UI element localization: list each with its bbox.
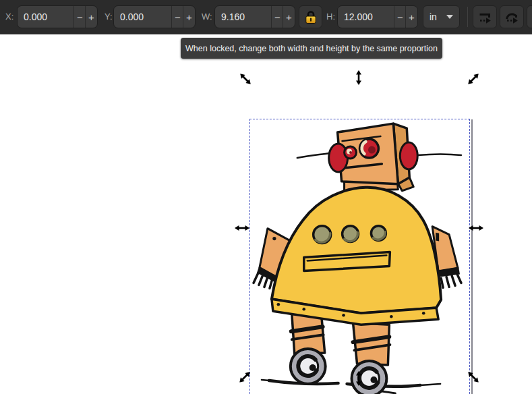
y-label: Y: (105, 5, 113, 28)
width-increment-button[interactable]: + (283, 6, 295, 28)
move-patterns-button[interactable] (500, 5, 524, 28)
width-label: W: (202, 5, 212, 28)
units-value: in (430, 11, 437, 22)
lock-icon (304, 9, 318, 24)
x-decrement-button[interactable]: − (73, 6, 86, 28)
move-gradients-button[interactable] (473, 5, 497, 28)
selection-toolbar: X: 0.000 − + Y: 0.000 − + W: 9.160 − + (0, 0, 532, 34)
x-label: X: (5, 5, 13, 28)
toolbar-separator (467, 7, 468, 27)
y-increment-button[interactable]: + (183, 6, 195, 28)
selection-handle-bottom[interactable] (355, 371, 362, 386)
y-field[interactable]: 0.000 − + (113, 5, 196, 28)
selection-marquee (249, 119, 470, 394)
selection-handle-right[interactable] (469, 225, 483, 231)
height-field[interactable]: 12.000 − + (337, 5, 418, 28)
clipped-toolbar-button[interactable] (527, 5, 532, 28)
x-field[interactable]: 0.000 − + (17, 5, 98, 28)
height-decrement-button[interactable]: − (394, 6, 406, 28)
resize-arrow-icon (355, 70, 362, 85)
height-label: H: (326, 5, 335, 28)
height-value[interactable]: 12.000 (344, 6, 373, 28)
y-decrement-button[interactable]: − (171, 6, 183, 28)
selection-handle-top[interactable] (355, 70, 362, 85)
width-decrement-button[interactable]: − (271, 6, 283, 28)
resize-arrow-icon (235, 225, 249, 231)
dashed-arrow-straight-icon (477, 9, 493, 25)
dashed-arrow-curved-icon (504, 9, 520, 25)
width-value[interactable]: 9.160 (221, 6, 245, 28)
chevron-down-icon (446, 15, 453, 19)
resize-arrow-icon (469, 225, 483, 231)
lock-tooltip: When locked, change both width and heigh… (181, 38, 442, 59)
lock-ratio-button[interactable] (299, 5, 322, 28)
y-value[interactable]: 0.000 (120, 6, 144, 28)
width-field[interactable]: 9.160 − + (214, 5, 295, 28)
inkscape-window: X: 0.000 − + Y: 0.000 − + W: 9.160 − + (0, 0, 532, 394)
x-increment-button[interactable]: + (85, 6, 97, 28)
units-dropdown[interactable]: in (423, 5, 460, 28)
height-increment-button[interactable]: + (405, 6, 417, 28)
resize-arrow-icon (355, 371, 362, 386)
page-border-right (471, 119, 473, 394)
x-value[interactable]: 0.000 (24, 6, 47, 28)
canvas[interactable] (0, 34, 532, 394)
selection-handle-left[interactable] (235, 225, 249, 231)
